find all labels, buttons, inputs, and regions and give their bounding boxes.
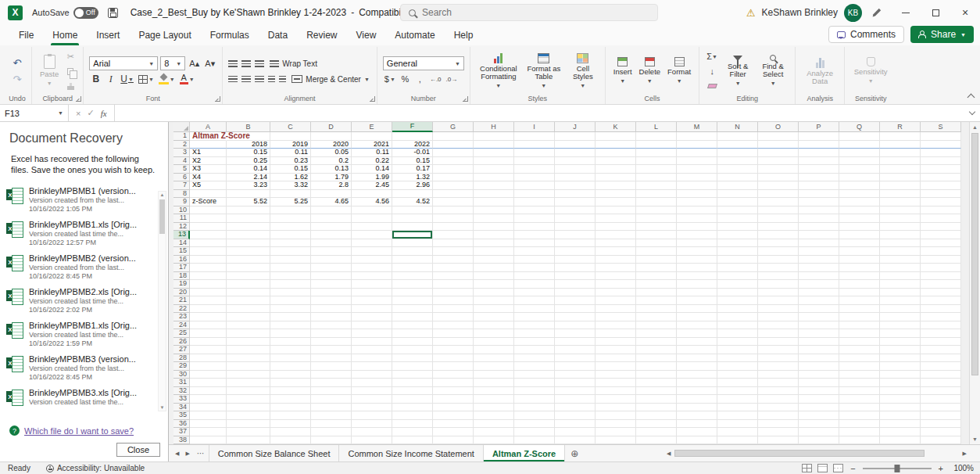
- ribbon-tab-insert[interactable]: Insert: [87, 27, 129, 45]
- cell-I22[interactable]: [514, 305, 555, 314]
- cell-I27[interactable]: [514, 346, 555, 354]
- scroll-down-icon[interactable]: ▼: [160, 404, 165, 411]
- cell-K22[interactable]: [596, 305, 636, 314]
- column-header-N[interactable]: N: [717, 122, 758, 132]
- cell-M3[interactable]: [677, 149, 717, 157]
- cell-B11[interactable]: [227, 214, 270, 223]
- recovery-file-item[interactable]: BrinkleyMPBMB2.xls [Orig...Version creat…: [6, 284, 154, 318]
- cell-N27[interactable]: [717, 346, 758, 354]
- cell-S15[interactable]: [921, 247, 961, 256]
- cell-I28[interactable]: [514, 354, 555, 363]
- recovery-help-link[interactable]: Which file do I want to save?: [24, 426, 134, 436]
- cell-C19[interactable]: [270, 280, 311, 289]
- cell-R21[interactable]: [880, 296, 921, 305]
- cell-H25[interactable]: [474, 329, 514, 338]
- delete-cells-button[interactable]: Delete ▼: [637, 56, 663, 86]
- cell-R10[interactable]: [880, 206, 921, 215]
- insert-cells-button[interactable]: Insert ▼: [611, 56, 635, 86]
- cell-H13[interactable]: [474, 231, 514, 239]
- cell-R33[interactable]: [880, 395, 921, 404]
- cell-Q7[interactable]: [839, 181, 880, 190]
- cell-E11[interactable]: [352, 214, 392, 223]
- cell-H37[interactable]: [474, 428, 514, 436]
- cell-C34[interactable]: [270, 404, 311, 412]
- cell-Q11[interactable]: [839, 214, 880, 223]
- cell-P19[interactable]: [799, 280, 839, 289]
- cell-J26[interactable]: [555, 338, 596, 347]
- cell-B26[interactable]: [227, 338, 270, 347]
- cell-C16[interactable]: [270, 256, 311, 264]
- cell-K37[interactable]: [596, 428, 636, 436]
- cell-A27[interactable]: [190, 346, 227, 354]
- cell-F37[interactable]: [392, 428, 433, 436]
- cell-S36[interactable]: [921, 420, 961, 429]
- cell-K6[interactable]: [596, 174, 636, 182]
- cell-A20[interactable]: [190, 289, 227, 297]
- cell-J17[interactable]: [555, 264, 596, 272]
- cell-D37[interactable]: [311, 428, 352, 436]
- cell-H35[interactable]: [474, 411, 514, 420]
- cell-C31[interactable]: [270, 379, 311, 387]
- cell-L16[interactable]: [636, 256, 677, 264]
- cell-F3[interactable]: -0.01: [392, 149, 433, 157]
- cell-J5[interactable]: [555, 165, 596, 174]
- cell-R9[interactable]: [880, 198, 921, 206]
- cell-I10[interactable]: [514, 206, 555, 215]
- cell-P2[interactable]: [799, 141, 839, 149]
- clipboard-dialog-launcher-icon[interactable]: [76, 96, 81, 102]
- cell-D34[interactable]: [311, 404, 352, 412]
- cell-Q34[interactable]: [839, 404, 880, 412]
- decrease-font-button[interactable]: A▾: [203, 56, 216, 70]
- cell-F13[interactable]: [392, 231, 433, 239]
- cell-J20[interactable]: [555, 289, 596, 297]
- cell-F27[interactable]: [392, 346, 433, 354]
- cell-M16[interactable]: [677, 256, 717, 264]
- cell-K29[interactable]: [596, 362, 636, 371]
- cell-H6[interactable]: [474, 174, 514, 182]
- cell-N37[interactable]: [717, 428, 758, 436]
- cell-S12[interactable]: [921, 223, 961, 232]
- cell-G14[interactable]: [433, 239, 474, 248]
- currency-format-button[interactable]: $▼: [383, 72, 397, 86]
- cell-N11[interactable]: [717, 214, 758, 223]
- cell-Q26[interactable]: [839, 338, 880, 347]
- cell-A1[interactable]: Altman Z-Score: [190, 132, 227, 141]
- cell-L5[interactable]: [636, 165, 677, 174]
- cell-G15[interactable]: [433, 247, 474, 256]
- cell-B33[interactable]: [227, 395, 270, 404]
- cell-M30[interactable]: [677, 371, 717, 379]
- cell-R30[interactable]: [880, 371, 921, 379]
- sheet-tab-common-size-balance-sheet[interactable]: Common Size Balance Sheet: [209, 445, 340, 461]
- cell-E25[interactable]: [352, 329, 392, 338]
- sheet-tab-overflow-icon[interactable]: ⋯: [193, 445, 209, 461]
- cell-N3[interactable]: [717, 149, 758, 157]
- cell-J33[interactable]: [555, 395, 596, 404]
- cell-D19[interactable]: [311, 280, 352, 289]
- cell-G6[interactable]: [433, 174, 474, 182]
- cell-Q14[interactable]: [839, 239, 880, 248]
- cell-E1[interactable]: [352, 132, 392, 141]
- column-header-C[interactable]: C: [270, 122, 311, 132]
- cell-D17[interactable]: [311, 264, 352, 272]
- cell-N14[interactable]: [717, 239, 758, 248]
- cell-F20[interactable]: [392, 289, 433, 297]
- cell-R20[interactable]: [880, 289, 921, 297]
- cell-G25[interactable]: [433, 329, 474, 338]
- cell-O19[interactable]: [758, 280, 799, 289]
- cell-P16[interactable]: [799, 256, 839, 264]
- fill-color-button[interactable]: ▼: [157, 72, 177, 86]
- cell-L27[interactable]: [636, 346, 677, 354]
- cell-K24[interactable]: [596, 321, 636, 330]
- cell-Q16[interactable]: [839, 256, 880, 264]
- cell-E17[interactable]: [352, 264, 392, 272]
- cell-L7[interactable]: [636, 181, 677, 190]
- cell-L2[interactable]: [636, 141, 677, 149]
- cell-D22[interactable]: [311, 305, 352, 314]
- cell-P32[interactable]: [799, 387, 839, 396]
- zoom-slider[interactable]: [863, 468, 932, 469]
- cell-K20[interactable]: [596, 289, 636, 297]
- cell-G37[interactable]: [433, 428, 474, 436]
- cell-M22[interactable]: [677, 305, 717, 314]
- cell-S21[interactable]: [921, 296, 961, 305]
- cell-C30[interactable]: [270, 371, 311, 379]
